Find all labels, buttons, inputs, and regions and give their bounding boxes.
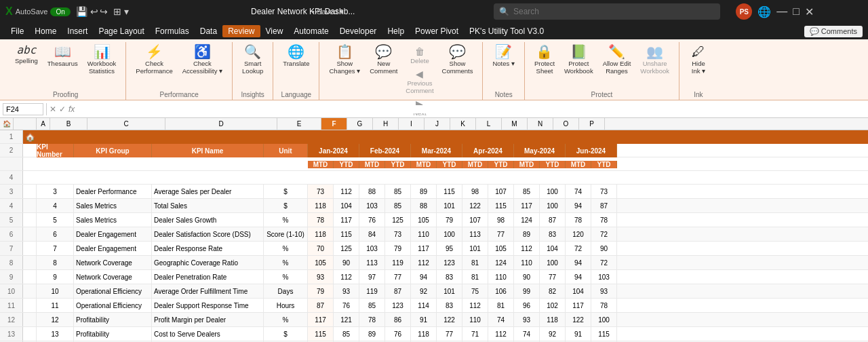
spelling-button[interactable]: abc Spelling bbox=[11, 42, 42, 87]
col-header-m[interactable]: M bbox=[502, 118, 528, 130]
menu-insert[interactable]: Insert bbox=[62, 25, 93, 37]
menu-review[interactable]: Review bbox=[222, 25, 260, 37]
menu-pk-utility[interactable]: PK's Utility Tool V3.0 bbox=[464, 25, 549, 37]
row-num-header bbox=[14, 118, 37, 130]
thesaurus-button[interactable]: 📖 Thesaurus bbox=[43, 42, 82, 87]
check-performance-button[interactable]: ⚡ CheckPerformance bbox=[132, 42, 176, 87]
comments-button[interactable]: 💬 Comments bbox=[804, 26, 863, 37]
show-changes-icon: 📋 bbox=[336, 45, 353, 58]
saved-indicator: • Saved ▾ bbox=[312, 7, 344, 16]
menu-page-layout[interactable]: Page Layout bbox=[93, 25, 149, 37]
ribbon-group-proofing: abc Spelling 📖 Thesaurus 📊 WorkbookStati… bbox=[5, 42, 126, 100]
autosave-toggle[interactable]: On bbox=[50, 7, 70, 16]
translate-icon: 🌐 bbox=[288, 45, 304, 58]
mar-2024-header: Mar-2024 bbox=[411, 144, 462, 157]
protect-workbook-button[interactable]: 📗 ProtectWorkbook bbox=[560, 42, 597, 87]
table-row: 99Network CoverageDealer Penetration Rat… bbox=[0, 270, 868, 284]
autosave-label: AutoSave bbox=[16, 7, 48, 16]
table-row: 1212ProfitabilityProfit Margin per Deale… bbox=[0, 313, 868, 327]
col-header-d[interactable]: D bbox=[165, 118, 277, 130]
allow-edit-ranges-button[interactable]: ✏️ Allow EditRanges bbox=[599, 42, 635, 87]
col-header-f[interactable]: F bbox=[321, 118, 347, 130]
table-row: 2 KPI Number KPI Group KPI Name Unit Jan… bbox=[0, 144, 868, 157]
workbook-statistics-button[interactable]: 📊 WorkbookStatistics bbox=[83, 42, 121, 87]
col-header-j[interactable]: J bbox=[425, 118, 450, 130]
menu-developer[interactable]: Developer bbox=[334, 25, 382, 37]
hide-ink-button[interactable]: 🖊 HideInk ▾ bbox=[685, 42, 712, 87]
maximize-icon[interactable]: □ bbox=[793, 5, 800, 18]
formula-confirm-icon[interactable]: ✓ bbox=[59, 104, 66, 114]
check-accessibility-button[interactable]: ♿ CheckAccessibility ▾ bbox=[178, 42, 226, 87]
table-row: 1 🏠 bbox=[0, 130, 868, 144]
ribbon-group-notes: 📝 Notes ▾ Notes bbox=[483, 42, 524, 100]
col-header-l[interactable]: L bbox=[476, 118, 502, 130]
table-row: 33Dealer PerformanceAverage Sales per De… bbox=[0, 185, 868, 199]
col-header-h[interactable]: H bbox=[373, 118, 399, 130]
jan-2024-header: Jan-2024 bbox=[308, 144, 359, 157]
undo-icon[interactable]: ↩ bbox=[90, 6, 98, 17]
redo-icon[interactable]: ↪ bbox=[100, 6, 108, 17]
col-header-g[interactable]: G bbox=[347, 118, 373, 130]
corner-cell: 🏠 bbox=[0, 118, 14, 130]
search-box[interactable]: 🔍 bbox=[494, 3, 720, 20]
search-input[interactable] bbox=[513, 7, 715, 16]
protect-workbook-icon: 📗 bbox=[570, 45, 587, 58]
menu-formulas[interactable]: Formulas bbox=[150, 25, 195, 37]
notes-icon: 📝 bbox=[495, 45, 512, 58]
show-changes-button[interactable]: 📋 ShowChanges ▾ bbox=[325, 42, 364, 87]
table-row: 88Network CoverageGeographic Coverage Ra… bbox=[0, 256, 868, 270]
table-row: 1111Operational EfficiencyDealer Support… bbox=[0, 299, 868, 313]
formula-function-icon[interactable]: fx bbox=[68, 104, 75, 114]
formula-input[interactable] bbox=[77, 105, 865, 113]
protect-sheet-button[interactable]: 🔒 ProtectSheet bbox=[530, 42, 559, 87]
menu-home[interactable]: Home bbox=[29, 25, 62, 37]
grid-icon[interactable]: ⊞ bbox=[113, 6, 121, 17]
kpi-rows: 33Dealer PerformanceAverage Sales per De… bbox=[0, 185, 868, 342]
show-comments-button[interactable]: 💬 ShowComments bbox=[438, 42, 477, 87]
ribbon: abc Spelling 📖 Thesaurus 📊 WorkbookStati… bbox=[0, 39, 868, 100]
close-icon[interactable]: ✕ bbox=[805, 5, 814, 18]
previous-comment-button[interactable]: ◀ PreviousComment bbox=[403, 67, 436, 96]
table-row: 77Dealer EngagementDealer Response Rate%… bbox=[0, 242, 868, 256]
unshare-icon: 👥 bbox=[646, 45, 663, 58]
minimize-icon[interactable]: — bbox=[776, 5, 787, 18]
delete-button[interactable]: 🗑 Delete bbox=[403, 45, 436, 66]
save-icon[interactable]: 💾 bbox=[76, 6, 87, 17]
more-icon[interactable]: ▾ bbox=[124, 6, 129, 17]
col-header-b[interactable]: B bbox=[50, 118, 87, 130]
menu-help[interactable]: Help bbox=[382, 25, 410, 37]
jun-2024-header: Jun-2024 bbox=[566, 144, 617, 157]
smart-lookup-button[interactable]: 🔍 SmartLookup bbox=[238, 42, 267, 87]
col-header-e[interactable]: E bbox=[277, 118, 321, 130]
translate-button[interactable]: 🌐 Translate bbox=[279, 42, 313, 87]
col-header-k[interactable]: K bbox=[450, 118, 476, 130]
new-comment-button[interactable]: 💬 NewComment bbox=[366, 42, 401, 87]
col-header-o[interactable]: O bbox=[553, 118, 579, 130]
delete-icon: 🗑 bbox=[415, 46, 425, 57]
ribbon-group-performance: ⚡ CheckPerformance ♿ CheckAccessibility … bbox=[126, 42, 233, 100]
col-header-c[interactable]: C bbox=[87, 118, 165, 130]
hide-ink-icon: 🖊 bbox=[692, 45, 705, 58]
menu-data[interactable]: Data bbox=[195, 25, 222, 37]
formula-cancel-icon[interactable]: ✕ bbox=[50, 104, 56, 114]
data-area: 1 🏠 2 KPI Number KPI Group KPI Name Unit bbox=[0, 130, 868, 342]
menu-power-pivot[interactable]: Power Pivot bbox=[410, 25, 464, 37]
avatar[interactable]: PS bbox=[736, 3, 752, 20]
col-header-a[interactable]: A bbox=[37, 118, 50, 130]
menu-automate[interactable]: Automate bbox=[288, 25, 334, 37]
col-header-i[interactable]: I bbox=[399, 118, 425, 130]
menu-view[interactable]: View bbox=[260, 25, 289, 37]
statistics-icon: 📊 bbox=[94, 45, 111, 58]
excel-icon: X bbox=[5, 5, 13, 18]
web-icon[interactable]: 🌐 bbox=[757, 5, 771, 18]
table-row: 1010Operational EfficiencyAverage Order … bbox=[0, 284, 868, 299]
unshare-workbook-button[interactable]: 👥 UnshareWorkbook bbox=[636, 42, 673, 87]
cell-reference[interactable] bbox=[3, 103, 43, 115]
col-header-n[interactable]: N bbox=[528, 118, 553, 130]
notes-button[interactable]: 📝 Notes ▾ bbox=[488, 42, 518, 87]
col-header-p[interactable]: P bbox=[579, 118, 605, 130]
kpi-number-header: KPI Number bbox=[37, 144, 74, 157]
menu-file[interactable]: File bbox=[5, 25, 29, 37]
table-row: 44Sales MetricsTotal Sales$1181041038588… bbox=[0, 199, 868, 213]
menu-bar: File Home Insert Page Layout Formulas Da… bbox=[0, 23, 868, 39]
